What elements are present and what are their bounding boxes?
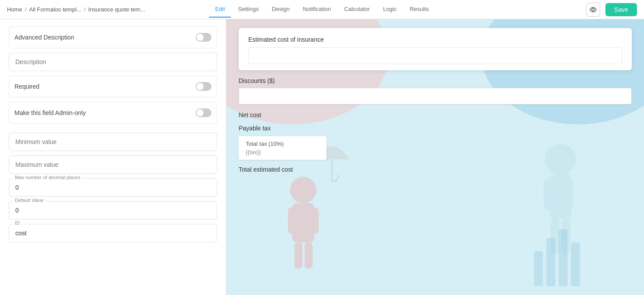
toggle-slider-required	[196, 82, 211, 91]
form-preview-content: Estimated cost of insurance Discounts ($…	[226, 19, 644, 182]
toggle-slider-admin	[196, 108, 211, 117]
top-navigation: Home / All Formaloo templ... / Insurance…	[0, 0, 644, 19]
left-panel: Advanced Description Required Make this …	[0, 19, 226, 295]
svg-rect-5	[288, 208, 297, 234]
required-toggle[interactable]	[196, 82, 211, 91]
net-cost-label: Net cost	[239, 112, 632, 119]
svg-rect-13	[563, 179, 573, 210]
description-input-wrapper	[9, 53, 217, 71]
breadcrumb-sep1: /	[25, 6, 27, 13]
id-wrapper: ID	[9, 224, 217, 242]
svg-rect-6	[310, 208, 318, 234]
save-button[interactable]: Save	[605, 3, 637, 16]
discounts-section: Discounts ($)	[239, 77, 632, 104]
net-cost-section: Net cost	[239, 112, 632, 119]
total-tax-label: Total tax (10%)	[246, 140, 319, 147]
required-label: Required	[14, 83, 39, 90]
min-value-wrapper	[9, 133, 217, 151]
total-tax-card: Total tax (10%) {{tax}}	[239, 136, 326, 160]
right-panel: Estimated cost of insurance Discounts ($…	[226, 19, 644, 295]
svg-rect-19	[571, 242, 580, 286]
advanced-description-label: Advanced Description	[14, 34, 74, 41]
breadcrumb-current[interactable]: Insurance quote tem...	[88, 6, 145, 13]
tab-calculator[interactable]: Calculator	[338, 1, 376, 18]
discounts-input-box	[239, 88, 632, 104]
max-decimal-input[interactable]	[9, 178, 217, 197]
nav-actions: Save	[586, 3, 637, 17]
default-value-wrapper: Default Value	[9, 201, 217, 219]
svg-point-0	[592, 8, 594, 11]
estimated-cost-card: Estimated cost of insurance	[239, 28, 632, 70]
default-value-label: Default Value	[13, 198, 45, 203]
payable-tax-label: Payable tax	[239, 125, 632, 132]
max-decimal-label: Max number of decimal places	[13, 175, 82, 180]
total-estimated-section: Total estimated cost	[239, 166, 632, 173]
max-value-input[interactable]	[9, 155, 217, 174]
breadcrumb: Home / All Formaloo templ... / Insurance…	[7, 6, 145, 13]
required-row: Required	[9, 76, 217, 97]
admin-only-row: Make this field Admin-only	[9, 102, 217, 124]
tab-notification[interactable]: Notification	[297, 1, 337, 18]
preview-button[interactable]	[586, 3, 600, 17]
max-decimal-wrapper: Max number of decimal places	[9, 178, 217, 197]
main-layout: Advanced Description Required Make this …	[0, 0, 644, 295]
total-tax-value: {{tax}}	[246, 149, 319, 155]
svg-rect-18	[559, 229, 568, 286]
tab-edit[interactable]: Edit	[209, 1, 231, 18]
id-input[interactable]	[9, 224, 217, 242]
svg-rect-17	[547, 238, 555, 286]
id-label: ID	[13, 220, 21, 226]
default-value-input[interactable]	[9, 201, 217, 219]
payable-tax-section: Payable tax Total tax (10%) {{tax}}	[239, 125, 632, 160]
svg-rect-7	[294, 242, 302, 269]
estimated-cost-label: Estimated cost of insurance	[248, 36, 622, 43]
total-estimated-label: Total estimated cost	[239, 166, 632, 173]
max-value-wrapper	[9, 155, 217, 174]
discounts-label: Discounts ($)	[239, 77, 632, 84]
tab-logic[interactable]: Logic	[377, 1, 403, 18]
svg-rect-8	[304, 242, 312, 269]
breadcrumb-sep2: /	[84, 6, 86, 13]
min-value-input[interactable]	[9, 133, 217, 151]
toggle-slider	[196, 33, 211, 42]
nav-tabs: Edit Settings Design Notification Calcul…	[209, 1, 435, 18]
tab-results[interactable]: Results	[404, 1, 435, 18]
estimated-cost-input-box	[248, 47, 622, 64]
tab-design[interactable]: Design	[266, 1, 296, 18]
breadcrumb-all-templates[interactable]: All Formaloo templ...	[29, 6, 81, 13]
svg-rect-16	[534, 251, 543, 286]
advanced-description-toggle[interactable]	[196, 33, 211, 42]
advanced-description-row: Advanced Description	[9, 26, 217, 48]
tab-settings[interactable]: Settings	[232, 1, 265, 18]
svg-rect-12	[544, 179, 554, 210]
admin-only-toggle[interactable]	[196, 108, 211, 117]
description-input[interactable]	[9, 53, 217, 71]
breadcrumb-home[interactable]: Home	[7, 6, 22, 13]
admin-only-label: Make this field Admin-only	[14, 109, 86, 116]
